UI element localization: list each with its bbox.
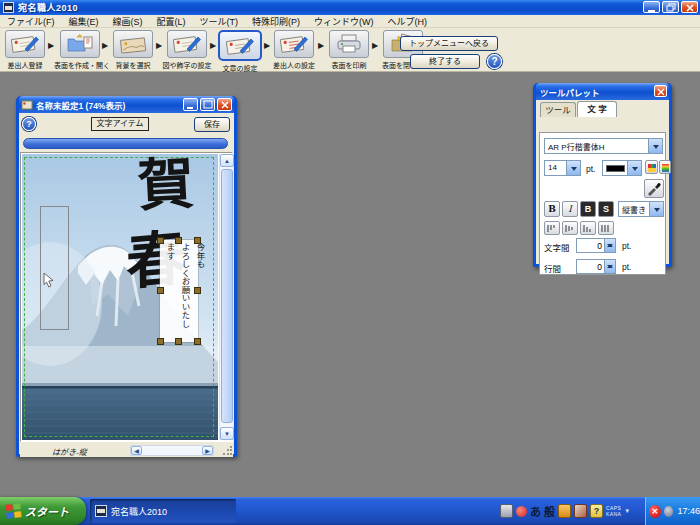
- char-spacing-input[interactable]: 0: [576, 238, 616, 253]
- toolbox-icon[interactable]: [558, 504, 571, 518]
- doc-minimize-button[interactable]: [183, 98, 198, 111]
- chevron-down-icon[interactable]: [627, 161, 641, 175]
- empty-text-frame[interactable]: [40, 206, 69, 330]
- postcard-pen-icon: [10, 33, 40, 55]
- app-title: 宛名職人2010: [18, 1, 78, 14]
- paper-type-label: はがき-縦: [52, 446, 87, 457]
- selection-handle[interactable]: [194, 237, 201, 244]
- selection-handle[interactable]: [157, 287, 164, 294]
- tab-text[interactable]: 文 字: [577, 101, 617, 117]
- chevron-down-icon[interactable]: [566, 161, 580, 175]
- ime-input-mode[interactable]: あ: [530, 503, 541, 519]
- vertical-scroll-thumb[interactable]: [221, 169, 233, 423]
- doc-help-icon[interactable]: ?: [22, 117, 36, 131]
- pen-icon[interactable]: [516, 506, 527, 517]
- toolbar-step-create-open[interactable]: 表面を作成・開く: [54, 30, 106, 70]
- outline-style-button[interactable]: B: [580, 201, 596, 217]
- doc-close-button[interactable]: [217, 98, 232, 111]
- toolbar-step-sender-register[interactable]: 差出人登録: [0, 30, 51, 70]
- scroll-left-icon[interactable]: ◀: [131, 446, 142, 455]
- horizontal-scrollbar[interactable]: ◀ ▶: [130, 445, 214, 456]
- item-bar[interactable]: [23, 138, 228, 149]
- caps-kana-indicator[interactable]: CAPS KANA: [606, 505, 621, 517]
- toolbar-step-background[interactable]: 背景を選択: [107, 30, 159, 70]
- toolbar-step-text[interactable]: 文章の設定: [214, 30, 266, 73]
- quit-button[interactable]: 終了する: [410, 54, 480, 69]
- ime-pad-icon[interactable]: ?: [590, 504, 603, 518]
- spinner-arrows[interactable]: [604, 260, 615, 273]
- bold-button[interactable]: B: [544, 201, 560, 217]
- brush-icon[interactable]: [574, 504, 587, 518]
- document-icon: [21, 99, 33, 111]
- chevron-down-icon[interactable]: [648, 139, 662, 153]
- menu-special-print[interactable]: 特殊印刷(P): [245, 15, 307, 28]
- printer-icon[interactable]: [500, 504, 513, 518]
- chevron-down-icon[interactable]: [649, 202, 663, 216]
- eyedropper-button[interactable]: [644, 179, 664, 198]
- toolbar-step-decoration[interactable]: 図や飾字の設定: [161, 30, 213, 70]
- main-toolbar: 差出人登録 ▶.arrow{left:48px;} 表面を作成・開く ▶ 背景を…: [0, 28, 700, 72]
- vertical-scrollbar[interactable]: ▲ ▼: [219, 154, 233, 440]
- tab-tools[interactable]: ツール: [540, 102, 576, 117]
- toolbar-step-sender-settings[interactable]: 差出人の設定: [268, 30, 320, 70]
- tool-palette: ツールパレット ツール 文 字 AR P行楷書体H 14 pt.: [533, 83, 672, 267]
- menu-arrange[interactable]: 配置(L): [150, 15, 193, 28]
- menu-help[interactable]: ヘルプ(H): [381, 15, 435, 28]
- taskbar-app-button[interactable]: 宛名職人2010: [90, 499, 236, 523]
- text-settings-panel: AR P行楷書体H 14 pt.: [539, 132, 666, 275]
- start-button[interactable]: スタート: [0, 497, 86, 525]
- palette-grid-icon[interactable]: [645, 160, 658, 174]
- pt-label: pt.: [586, 164, 595, 174]
- align-bottom-button[interactable]: [580, 221, 596, 235]
- selection-handle[interactable]: [194, 338, 201, 345]
- ime-conversion-mode[interactable]: 般: [544, 503, 555, 519]
- document-titlebar: 名称未設定1 (74%表示): [19, 96, 234, 113]
- text-direction-select[interactable]: 縦書き: [618, 201, 664, 217]
- font-family-select[interactable]: AR P行楷書体H: [544, 138, 663, 154]
- menu-file[interactable]: ファイル(F): [0, 15, 62, 28]
- toolbar-step-print[interactable]: 表面を印刷: [323, 30, 375, 70]
- resize-grip[interactable]: [222, 446, 232, 456]
- mouse-cursor-icon: [42, 272, 55, 288]
- postcard-pen-icon: [225, 35, 255, 57]
- line-spacing-input[interactable]: 0: [576, 259, 616, 274]
- chevron-down-icon[interactable]: ▼: [624, 508, 630, 514]
- greeting-text-item[interactable]: 今年も よろしくお願いいたします: [160, 240, 198, 342]
- font-size-select[interactable]: 14: [544, 160, 581, 176]
- minimize-button[interactable]: [643, 1, 660, 13]
- postcard-canvas[interactable]: 賀 春 今年も よろしくお願いいたします: [22, 154, 218, 440]
- calligraphy-ga[interactable]: 賀: [137, 155, 196, 214]
- selection-handle[interactable]: [194, 287, 201, 294]
- spinner-arrows[interactable]: [604, 239, 615, 252]
- align-center-button[interactable]: [562, 221, 578, 235]
- font-color-select[interactable]: [602, 160, 642, 176]
- scroll-right-icon[interactable]: ▶: [202, 446, 213, 455]
- document-title: 名称未設定1 (74%表示): [36, 99, 125, 111]
- close-button[interactable]: [681, 1, 698, 13]
- selection-handle[interactable]: [157, 237, 164, 244]
- selection-handle[interactable]: [175, 338, 182, 345]
- menu-tools[interactable]: ツール(T): [193, 15, 246, 28]
- doc-maximize-button[interactable]: [200, 98, 215, 111]
- scroll-up-icon[interactable]: ▲: [220, 154, 234, 167]
- scroll-down-icon[interactable]: ▼: [220, 427, 234, 440]
- char-spacing-label: 文字間: [544, 241, 570, 253]
- selection-handle[interactable]: [175, 237, 182, 244]
- menu-window[interactable]: ウィンドウ(W): [307, 15, 381, 28]
- back-to-top-menu-button[interactable]: トップメニューへ戻る: [400, 36, 498, 51]
- save-button[interactable]: 保存: [194, 117, 230, 132]
- rainbow-palette-icon[interactable]: [659, 160, 671, 174]
- palette-close-button[interactable]: [654, 85, 667, 97]
- align-top-button[interactable]: [544, 221, 560, 235]
- selection-handle[interactable]: [157, 338, 164, 345]
- menu-draw[interactable]: 線画(S): [106, 15, 150, 28]
- restore-button[interactable]: [662, 1, 679, 13]
- shadow-style-button[interactable]: S: [598, 201, 614, 217]
- italic-button[interactable]: I: [562, 201, 578, 217]
- status-icon[interactable]: [664, 506, 674, 517]
- align-justify-button[interactable]: [598, 221, 614, 235]
- menu-edit[interactable]: 編集(E): [62, 15, 106, 28]
- app-icon: [95, 505, 107, 517]
- security-shield-icon[interactable]: ✕: [649, 505, 661, 518]
- help-icon[interactable]: ?: [487, 54, 502, 69]
